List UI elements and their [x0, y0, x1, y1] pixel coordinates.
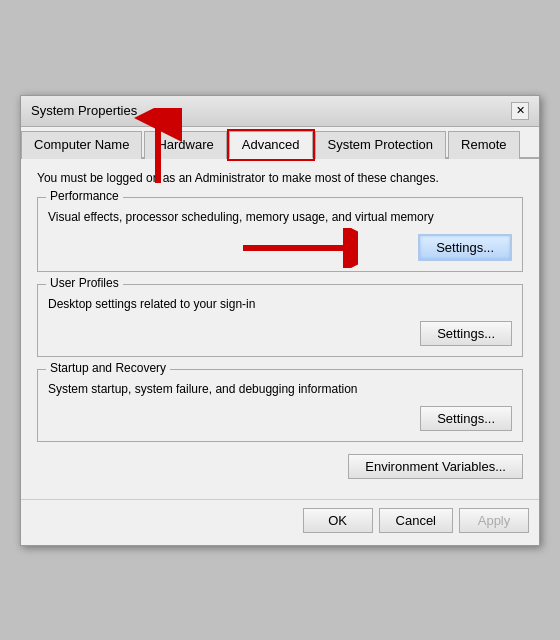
- performance-title: Performance: [46, 189, 123, 203]
- tab-bar: Computer Name Hardware Advanced System P…: [21, 127, 539, 159]
- performance-btn-row: Settings...: [48, 234, 512, 261]
- tab-advanced[interactable]: Advanced: [229, 131, 313, 159]
- user-profiles-btn-row: Settings...: [48, 321, 512, 346]
- apply-button[interactable]: Apply: [459, 508, 529, 533]
- performance-group: Performance Visual effects, processor sc…: [37, 197, 523, 272]
- performance-settings-button[interactable]: Settings...: [418, 234, 512, 261]
- dialog-buttons: OK Cancel Apply: [21, 499, 539, 545]
- user-profiles-title: User Profiles: [46, 276, 123, 290]
- cancel-button[interactable]: Cancel: [379, 508, 453, 533]
- tab-computer-name[interactable]: Computer Name: [21, 131, 142, 159]
- startup-recovery-group: Startup and Recovery System startup, sys…: [37, 369, 523, 442]
- user-profiles-group: User Profiles Desktop settings related t…: [37, 284, 523, 357]
- startup-recovery-title: Startup and Recovery: [46, 361, 170, 375]
- startup-recovery-settings-button[interactable]: Settings...: [420, 406, 512, 431]
- environment-variables-button[interactable]: Environment Variables...: [348, 454, 523, 479]
- startup-recovery-btn-row: Settings...: [48, 406, 512, 431]
- performance-description: Visual effects, processor scheduling, me…: [48, 210, 512, 224]
- close-button[interactable]: ✕: [511, 102, 529, 120]
- system-properties-window: System Properties ✕ Computer Name Hardwa…: [20, 95, 540, 546]
- tab-content: You must be logged on as an Administrato…: [21, 159, 539, 495]
- ok-button[interactable]: OK: [303, 508, 373, 533]
- user-profiles-settings-button[interactable]: Settings...: [420, 321, 512, 346]
- tab-system-protection[interactable]: System Protection: [315, 131, 447, 159]
- title-bar: System Properties ✕: [21, 96, 539, 127]
- user-profiles-description: Desktop settings related to your sign-in: [48, 297, 512, 311]
- admin-notice: You must be logged on as an Administrato…: [37, 171, 523, 185]
- tab-hardware[interactable]: Hardware: [144, 131, 226, 159]
- tab-remote[interactable]: Remote: [448, 131, 520, 159]
- window-title: System Properties: [31, 103, 137, 118]
- startup-recovery-description: System startup, system failure, and debu…: [48, 382, 512, 396]
